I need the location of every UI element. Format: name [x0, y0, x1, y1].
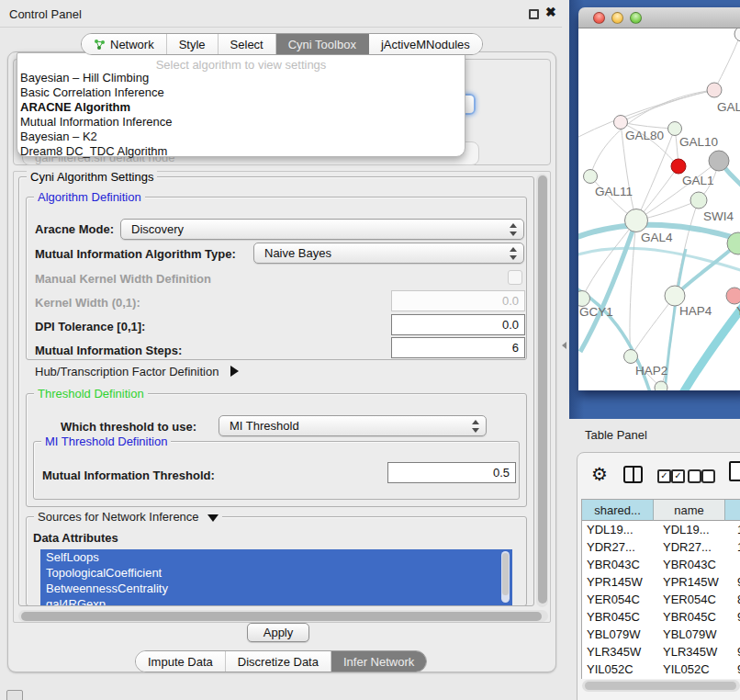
dpi-tolerance-label: DPI Tolerance [0,1]:: [35, 320, 145, 333]
table-row[interactable]: YBL079WYBL079W: [582, 626, 740, 643]
algorithm-option-dream8-dc-tdc-algorithm[interactable]: Dream8 DC_TDC Algorithm: [20, 144, 167, 159]
mi-algorithm-type-combobox[interactable]: Naive Bayes: [253, 243, 524, 264]
table-row[interactable]: YDL19...YDL19...13: [582, 521, 740, 538]
settings-hscroll-thumb[interactable]: [21, 612, 542, 621]
algorithm-option-basic-correlation-inference[interactable]: Basic Correlation Inference: [20, 85, 164, 100]
network-icon: [94, 39, 106, 51]
node-label-y: Y: [736, 304, 740, 318]
network-node-gal11[interactable]: [584, 170, 598, 184]
settings-vscroll-thumb[interactable]: [538, 175, 547, 604]
algorithm-dropdown-popup: Select algorithm to view settings Bayesi…: [17, 52, 465, 157]
settings-vertical-scrollbar[interactable]: [536, 174, 548, 607]
table-cell: YPR145W: [658, 573, 734, 591]
document-icon[interactable]: [729, 461, 740, 481]
kernel-width-label: Kernel Width (0,1):: [35, 296, 140, 310]
columns-icon[interactable]: [623, 466, 643, 483]
table-hscroll-thumb[interactable]: [585, 682, 736, 690]
attributes-scrollbar-thumb[interactable]: [502, 553, 509, 595]
table-row[interactable]: YER054CYER054C8.: [582, 591, 740, 608]
network-node-gal[interactable]: [707, 83, 722, 97]
bottom-tabbar: Impute DataDiscretize DataInfer Network: [135, 650, 427, 672]
network-window-titlebar[interactable]: [578, 7, 740, 28]
table-row[interactable]: YBR043CYBR043C: [582, 556, 740, 573]
aracne-mode-combobox[interactable]: Discovery: [120, 219, 524, 240]
network-node-gal10[interactable]: [668, 122, 682, 136]
tab-style[interactable]: Style: [167, 34, 219, 54]
apply-button[interactable]: Apply: [247, 623, 309, 642]
network-window[interactable]: GALGAL80GAL10GAL1SWI4GAL11GAL4GCY1HAP4YH…: [578, 7, 740, 390]
network-node[interactable]: [734, 28, 740, 41]
float-panel-icon[interactable]: [529, 9, 539, 19]
unchecked-checkbox-icon[interactable]: [688, 469, 701, 483]
checked-checkbox-icon[interactable]: ✓: [657, 469, 671, 483]
node-label-gcy1: GCY1: [579, 305, 613, 319]
expand-arrow-icon[interactable]: [230, 366, 239, 377]
tab-label: Cyni Toolbox: [288, 38, 356, 51]
zoom-traffic-light-icon[interactable]: [630, 12, 642, 24]
splitter-handle-icon[interactable]: [562, 342, 566, 349]
minimize-traffic-light-icon[interactable]: [611, 12, 623, 24]
column-header-shared[interactable]: shared...: [582, 500, 654, 521]
tab-label: Discretize Data: [238, 655, 319, 669]
hub-definition-text: Hub/Transcription Factor Definition: [35, 365, 219, 378]
gear-icon[interactable]: ⚙: [591, 463, 608, 485]
table-row[interactable]: YDR27...YDR27...12: [582, 538, 740, 556]
collapse-arrow-icon[interactable]: [207, 514, 219, 522]
network-node-hap2[interactable]: [624, 350, 638, 364]
network-node[interactable]: [709, 151, 729, 171]
stepper-arrows-icon: [471, 420, 478, 433]
close-icon[interactable]: ✖: [545, 5, 556, 19]
table-cell: YER054C: [582, 591, 658, 608]
close-traffic-light-icon[interactable]: [593, 12, 605, 24]
mi-algorithm-type-label: Mutual Information Algorithm Type:: [35, 247, 236, 261]
corner-widget-icon[interactable]: [6, 690, 23, 700]
algorithm-option-bayesian-hill-climbing[interactable]: Bayesian – Hill Climbing: [20, 71, 149, 85]
table-cell: YBR043C: [582, 556, 658, 573]
table-row[interactable]: YLR345WYLR345W9.: [582, 643, 740, 660]
algorithm-option-aracne-algorithm[interactable]: ARACNE Algorithm: [20, 100, 130, 115]
algorithm-dropdown-placeholder: Select algorithm to view settings: [17, 58, 465, 72]
network-node-gcy1[interactable]: [578, 291, 590, 307]
tab-discretize-data[interactable]: Discretize Data: [226, 651, 331, 672]
which-threshold-combobox[interactable]: MI Threshold: [219, 415, 487, 436]
network-node-gal80[interactable]: [614, 116, 628, 130]
node-table[interactable]: shared...nameYDL19...YDL19...13YDR27...Y…: [581, 499, 740, 679]
checked-checkbox-icon[interactable]: ✓: [671, 469, 685, 483]
table-row[interactable]: YIL052CYIL052C9: [582, 660, 740, 678]
hub-definition-label[interactable]: Hub/Transcription Factor Definition: [35, 365, 239, 378]
algorithm-option-mutual-information-inference[interactable]: Mutual Information Inference: [20, 115, 172, 130]
network-node-hap4[interactable]: [665, 286, 685, 306]
tab-label: Style: [179, 38, 206, 51]
table-cell: 8.: [734, 591, 740, 608]
algorithm-option-bayesian-k2[interactable]: Bayesian – K2: [20, 130, 97, 144]
cyni-settings-title: Cyni Algorithm Settings: [27, 170, 157, 184]
table-row[interactable]: YPR145WYPR145W9.: [582, 573, 740, 591]
column-header-2[interactable]: [725, 500, 740, 521]
table-cell: YDL19...: [582, 521, 658, 538]
tab-jactivemnodules[interactable]: jActiveMNodules: [369, 34, 482, 54]
manual-kernel-width-checkbox[interactable]: [508, 270, 522, 285]
unchecked-checkbox-icon[interactable]: [701, 469, 715, 483]
mi-threshold-field[interactable]: 0.5: [387, 462, 516, 483]
network-node-swi4[interactable]: [690, 192, 707, 209]
tab-impute-data[interactable]: Impute Data: [136, 651, 226, 672]
sources-title[interactable]: Sources for Network Inference: [34, 510, 222, 524]
sources-title-text: Sources for Network Inference: [38, 510, 199, 524]
dpi-tolerance-field[interactable]: 0.0: [391, 314, 525, 335]
network-node[interactable]: [655, 381, 667, 390]
tab-network[interactable]: Network: [82, 34, 167, 54]
column-header-name[interactable]: name: [654, 500, 725, 521]
mi-steps-field[interactable]: 6: [391, 337, 525, 358]
tab-select[interactable]: Select: [219, 34, 276, 54]
tab-infer-network[interactable]: Infer Network: [331, 651, 426, 672]
network-canvas[interactable]: GALGAL80GAL10GAL1SWI4GAL11GAL4GCY1HAP4YH…: [578, 28, 740, 390]
threshold-definition-title: Threshold Definition: [34, 387, 148, 401]
network-node-gal1[interactable]: [671, 159, 686, 174]
table-row[interactable]: YBR045CYBR045C9.: [582, 608, 740, 626]
network-node-y[interactable]: [726, 288, 740, 304]
network-node-gal4[interactable]: [625, 209, 648, 232]
node-label-hap4: HAP4: [679, 304, 712, 318]
settings-horizontal-scrollbar[interactable]: [18, 610, 548, 622]
tab-cyni-toolbox[interactable]: Cyni Toolbox: [276, 34, 369, 54]
table-cell: 9.: [734, 643, 740, 660]
